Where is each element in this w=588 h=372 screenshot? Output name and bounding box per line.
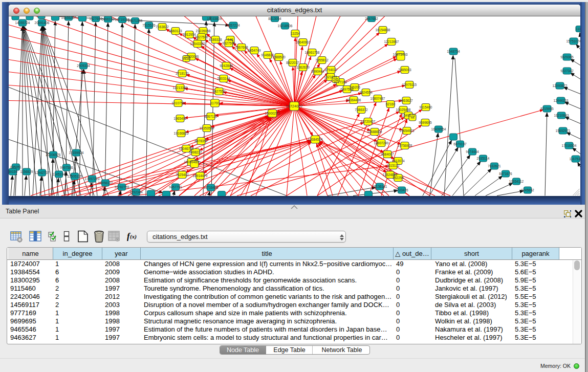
svg-text:9245652: 9245652 [521, 188, 534, 192]
svg-text:16914479: 16914479 [193, 174, 208, 178]
svg-text:1117: 1117 [576, 27, 580, 31]
svg-text:16409554: 16409554 [431, 127, 446, 131]
svg-text:16782759: 16782759 [115, 185, 129, 189]
svg-text:245: 245 [333, 78, 339, 81]
svg-text:1292344: 1292344 [129, 190, 143, 194]
svg-text:16033809: 16033809 [207, 17, 222, 20]
svg-text:39159: 39159 [9, 170, 17, 173]
svg-text:9699695: 9699695 [419, 121, 432, 124]
svg-text:44: 44 [410, 116, 415, 119]
svg-text:2718170: 2718170 [176, 72, 189, 75]
svg-text:19218506: 19218506 [278, 24, 293, 28]
svg-text:12213389: 12213389 [173, 86, 188, 90]
svg-text:12444153: 12444153 [554, 99, 569, 102]
svg-text:15136141: 15136141 [373, 185, 387, 188]
svg-text:7632621: 7632621 [488, 164, 501, 168]
svg-text:15900273: 15900273 [265, 112, 280, 115]
svg-text:12093872: 12093872 [553, 84, 568, 87]
svg-text:746206: 746206 [349, 85, 360, 89]
svg-text:10543332: 10543332 [190, 42, 205, 46]
svg-text:16961758: 16961758 [305, 51, 320, 54]
svg-text:10654112: 10654112 [509, 180, 524, 183]
svg-text:19756928: 19756928 [398, 144, 412, 147]
svg-text:15692971: 15692971 [556, 129, 571, 133]
svg-text:9427552: 9427552 [212, 90, 226, 93]
svg-text:835051: 835051 [10, 165, 21, 169]
svg-text:6794027: 6794027 [324, 68, 338, 72]
svg-text:10655267: 10655267 [61, 16, 76, 19]
svg-text:10958107: 10958107 [98, 181, 113, 185]
svg-text:1010755: 1010755 [171, 101, 185, 105]
svg-text:1615132: 1615132 [386, 164, 400, 167]
svg-text:9227342: 9227342 [560, 69, 574, 73]
svg-text:1362639: 1362639 [296, 65, 310, 69]
svg-text:11700: 11700 [210, 101, 220, 105]
svg-text:9997586: 9997586 [60, 166, 73, 169]
svg-text:8215955: 8215955 [540, 107, 554, 111]
svg-text:12942737: 12942737 [35, 171, 50, 174]
svg-text:2905334: 2905334 [77, 64, 90, 68]
svg-text:9474444: 9474444 [466, 150, 479, 154]
svg-text:7955812: 7955812 [315, 58, 329, 62]
svg-text:62160: 62160 [386, 102, 395, 106]
svg-text:5498222: 5498222 [189, 150, 202, 154]
svg-text:8878352: 8878352 [194, 139, 208, 143]
svg-text:6466160: 6466160 [101, 17, 115, 21]
svg-text:19654923: 19654923 [400, 129, 415, 133]
svg-text:17359924: 17359924 [69, 151, 84, 155]
svg-text:7163822: 7163822 [156, 25, 169, 29]
svg-text:8822037: 8822037 [286, 61, 299, 64]
svg-text:7625402: 7625402 [176, 173, 189, 177]
svg-text:1588520: 1588520 [272, 55, 286, 59]
svg-text:7386372: 7386372 [355, 108, 368, 112]
svg-text:9836: 9836 [183, 57, 190, 60]
svg-text:1733426: 1733426 [395, 188, 408, 192]
svg-text:8454749: 8454749 [248, 49, 261, 52]
svg-text:10807487: 10807487 [371, 97, 385, 100]
svg-text:1548754: 1548754 [447, 50, 460, 53]
svg-text:1156829: 1156829 [20, 170, 33, 173]
svg-text:9457791: 9457791 [169, 185, 182, 189]
svg-text:10973493: 10973493 [393, 53, 408, 56]
svg-text:2367608: 2367608 [235, 46, 248, 49]
svg-text:12213967: 12213967 [384, 40, 399, 43]
svg-text:20364436: 20364436 [346, 98, 361, 102]
svg-text:7357224: 7357224 [227, 24, 240, 27]
svg-text:2803144: 2803144 [217, 77, 230, 80]
svg-text:1145194: 1145194 [53, 172, 66, 176]
svg-text:16210643: 16210643 [554, 114, 569, 117]
svg-text:16046758: 16046758 [179, 147, 194, 150]
svg-text:8186328: 8186328 [209, 38, 222, 41]
svg-text:1965492: 1965492 [173, 117, 187, 120]
svg-text:11353594: 11353594 [200, 126, 214, 130]
svg-text:7515526: 7515526 [142, 24, 156, 27]
svg-text:9115460: 9115460 [420, 105, 432, 109]
svg-text:9329365: 9329365 [560, 55, 574, 59]
svg-text:20206576: 20206576 [46, 153, 61, 157]
svg-text:6879197: 6879197 [453, 142, 467, 146]
svg-text:9242848: 9242848 [220, 64, 233, 68]
svg-text:16671355: 16671355 [128, 19, 143, 23]
svg-text:16154838: 16154838 [376, 28, 390, 32]
svg-text:9327500: 9327500 [195, 35, 208, 39]
svg-text:3824554: 3824554 [359, 91, 373, 94]
svg-text:9463627: 9463627 [400, 99, 413, 102]
svg-text:12505135: 12505135 [68, 174, 82, 178]
svg-text:10688609: 10688609 [367, 130, 382, 134]
svg-text:8912954: 8912954 [183, 33, 196, 36]
svg-text:15720407: 15720407 [361, 120, 376, 123]
svg-text:10025458: 10025458 [396, 108, 411, 112]
svg-text:17016504: 17016504 [562, 144, 577, 147]
svg-text:1167533: 1167533 [570, 157, 580, 161]
svg-text:546: 546 [228, 38, 233, 41]
svg-text:8990444: 8990444 [311, 70, 324, 73]
svg-text:15751074: 15751074 [567, 39, 580, 43]
svg-text:23226058: 23226058 [196, 29, 211, 33]
svg-text:15716485: 15716485 [204, 186, 219, 189]
svg-text:13254: 13254 [291, 32, 300, 35]
svg-text:9327505: 9327505 [222, 41, 235, 45]
svg-text:16640910: 16640910 [296, 40, 311, 44]
svg-text:14099489: 14099489 [184, 160, 199, 164]
svg-text:(x): (x) [130, 233, 137, 240]
svg-text:19166825: 19166825 [174, 132, 189, 135]
